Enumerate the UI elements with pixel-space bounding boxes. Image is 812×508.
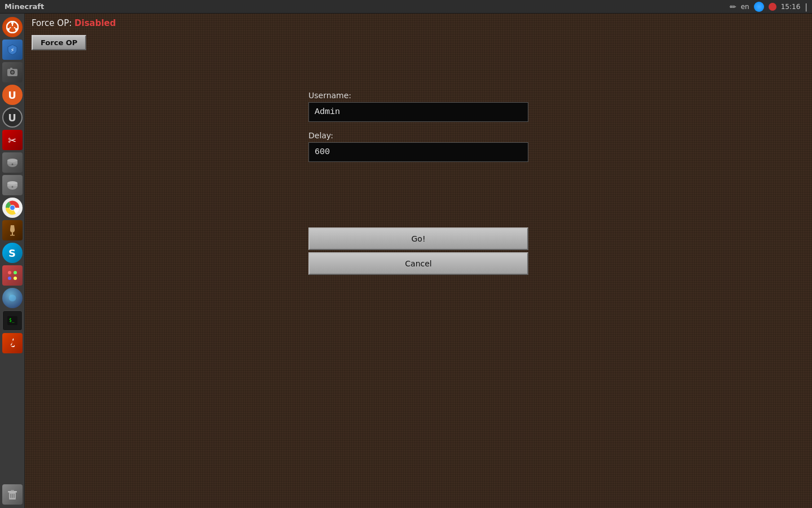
u-orange-label: U (8, 89, 16, 101)
cursor-icon: | (805, 2, 807, 11)
wine-icon (6, 224, 19, 237)
trash-icon (6, 488, 19, 501)
taskbar-top: Minecraft ✏ en 15:16 | (0, 0, 812, 14)
svg-line-5 (14, 28, 15, 29)
svg-line-6 (9, 28, 11, 29)
hdd2-icon (6, 179, 19, 191)
status-value: Disabled (74, 18, 116, 28)
status-bar: Force OP: Disabled (25, 14, 812, 33)
svg-point-14 (7, 159, 17, 162)
sidebar-icon-ubuntu[interactable] (2, 17, 23, 37)
svg-rect-24 (10, 235, 15, 236)
svg-text:⚡: ⚡ (10, 47, 14, 53)
sidebar-icon-blue-orb[interactable] (2, 288, 23, 308)
go-button[interactable]: Go! (308, 227, 528, 250)
svg-point-10 (11, 71, 14, 74)
sidebar-icon-u-orange[interactable]: U (2, 85, 23, 105)
cancel-btn-wrapper: Cancel (308, 252, 528, 275)
username-group: Username: (308, 91, 528, 122)
status-label: Force OP: (32, 18, 72, 28)
clock: 15:16 (781, 3, 801, 11)
sidebar-icon-sketchup[interactable]: ✂ (2, 130, 23, 150)
shield-icon: ⚡ (6, 43, 19, 56)
sketchup-icon: ✂ (8, 134, 16, 146)
svg-point-1 (11, 22, 13, 24)
svg-point-27 (8, 277, 11, 280)
sidebar-icon-hdd2[interactable] (2, 175, 23, 195)
sidebar-icon-java[interactable] (2, 333, 23, 353)
sidebar-icon-trash[interactable] (2, 484, 23, 505)
system-tray: ✏ en 15:16 | (730, 2, 807, 12)
svg-point-3 (7, 28, 9, 30)
sidebar-icon-u-dark[interactable]: U (2, 107, 23, 128)
svg-point-2 (15, 28, 17, 30)
delay-label: Delay: (308, 131, 528, 140)
go-btn-wrapper: Go! (308, 227, 528, 250)
main-content: Force OP: Disabled Force OP Username: De… (25, 14, 812, 508)
delay-input[interactable] (308, 142, 528, 162)
delay-group: Delay: (308, 131, 528, 162)
sidebar-icon-wine[interactable] (2, 220, 23, 240)
taskbar-title: Minecraft (5, 2, 44, 11)
force-op-button[interactable]: Force OP (32, 35, 86, 50)
svg-point-26 (14, 271, 17, 274)
svg-point-18 (7, 181, 17, 185)
svg-rect-34 (11, 490, 14, 492)
ubuntu-logo-icon (6, 21, 19, 33)
pix-icon (6, 269, 19, 282)
sidebar-icon-pix[interactable] (2, 265, 23, 286)
sidebar-icon-hdd1[interactable] (2, 152, 23, 173)
volume-icon (769, 3, 776, 11)
svg-point-25 (8, 271, 11, 274)
cancel-button[interactable]: Cancel (308, 252, 528, 275)
hdd1-icon (6, 156, 19, 169)
network-icon (754, 2, 764, 12)
force-op-btn-container: Force OP (25, 33, 812, 57)
svg-point-15 (11, 164, 13, 165)
terminal-icon: $_ (6, 314, 19, 327)
svg-point-19 (11, 186, 13, 188)
camera-icon (6, 66, 19, 78)
username-label: Username: (308, 91, 528, 100)
svg-rect-11 (10, 68, 12, 69)
form-area: Username: Delay: (25, 91, 812, 171)
action-buttons: Go! Cancel (25, 227, 812, 275)
svg-point-22 (10, 205, 15, 210)
svg-text:$_: $_ (9, 318, 15, 323)
sidebar-icon-skype[interactable]: S (2, 243, 23, 263)
pen-icon: ✏ (730, 2, 736, 11)
skype-icon: S (8, 247, 16, 259)
blue-orb-icon (6, 292, 19, 304)
chrome-icon (5, 200, 20, 215)
svg-point-28 (14, 277, 17, 280)
sidebar-icon-chrome[interactable] (2, 198, 23, 218)
java-icon (6, 337, 19, 349)
u-dark-label: U (8, 112, 16, 124)
sidebar-icon-shield[interactable]: ⚡ (2, 40, 23, 60)
username-input[interactable] (308, 102, 528, 122)
sidebar-icon-terminal[interactable]: $_ (2, 310, 23, 331)
lang-indicator: en (741, 3, 749, 11)
sidebar-icon-screenshot[interactable] (2, 62, 23, 82)
sidebar: ⚡ U U ✂ (0, 14, 25, 508)
